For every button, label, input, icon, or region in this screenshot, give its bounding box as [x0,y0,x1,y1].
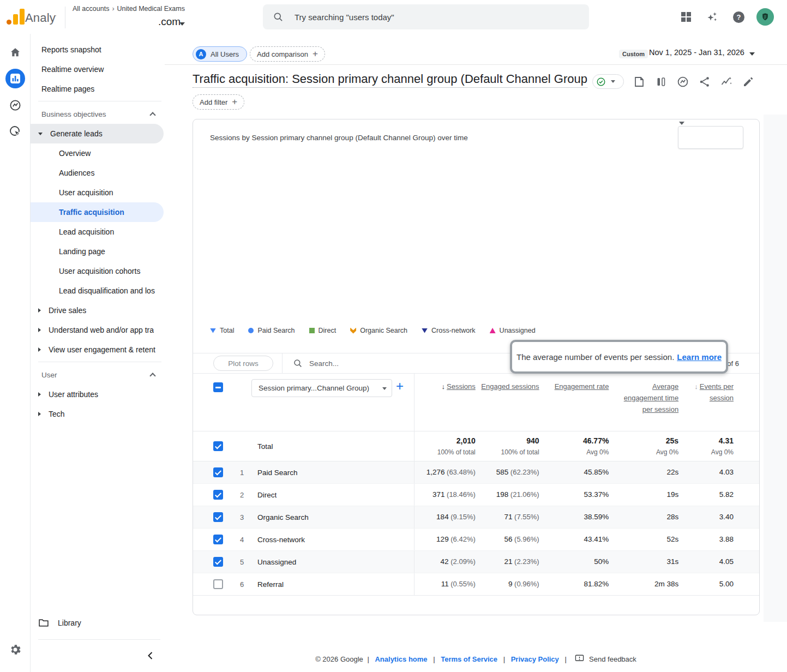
sidebar-item-generate-leads[interactable]: Generate leads [31,124,164,143]
terms-of-service-link[interactable]: Terms of Service [441,655,497,663]
legend-item-organic-search[interactable]: Organic Search [350,327,407,334]
global-search-input[interactable] [293,12,555,22]
sidebar-item-realtime-overview[interactable]: Realtime overview [31,59,165,79]
plot-rows-button[interactable]: Plot rows [213,356,273,371]
table-row[interactable]: 2Direct 371 (18.46%) 198 (21.06%) 53.37%… [193,484,759,506]
analytics-logo-icon[interactable] [7,8,25,26]
add-dimension-button[interactable]: + [396,380,404,393]
row-checkbox[interactable] [213,535,223,544]
caret-collapsed-icon [38,392,41,397]
table-row[interactable]: 3Organic Search 184 (9.15%) 71 (7.55%) 3… [193,506,759,529]
advertising-icon[interactable] [9,125,22,138]
user-avatar[interactable] [756,8,774,26]
sidebar-item-understand-web-app-traffic[interactable]: Understand web and/or app tra [31,320,165,340]
metric-headers: ↓Sessions Engaged sessions Engagement ra… [414,374,743,431]
dimension-select[interactable]: Session primary...Channel Group) [251,379,392,397]
row-checkbox[interactable] [213,512,223,522]
row-checkbox[interactable] [213,441,223,451]
legend-item-paid-search[interactable]: Paid Search [248,327,295,334]
search-icon [293,358,303,368]
gemini-sparkle-icon[interactable] [706,10,719,23]
analytics-home-link[interactable]: Analytics home [375,655,427,663]
legend-item-cross-network[interactable]: Cross-network [422,327,476,334]
tooltip-text: The average number of events per session… [516,352,674,362]
report-status-badge[interactable] [592,74,624,89]
notes-icon[interactable] [633,75,646,88]
sidebar-label: Reports snapshot [41,45,101,54]
explore-report-icon[interactable] [676,75,689,88]
chevron-down-icon [382,387,387,390]
admin-gear-icon[interactable] [9,643,22,656]
property-caret-icon[interactable] [179,22,185,26]
sidebar-item-user-acquisition[interactable]: User acquisition [31,183,165,202]
table-search-input[interactable] [308,359,472,368]
header-divider [165,64,787,65]
date-caret-icon[interactable] [749,52,755,56]
sidebar-label: Audiences [59,169,94,177]
sidebar-item-overview[interactable]: Overview [31,143,165,163]
sidebar-item-user-acquisition-cohorts[interactable]: User acquisition cohorts [31,261,165,281]
chart-metric-dropdown[interactable] [678,126,743,149]
insights-icon[interactable] [720,75,733,88]
table-row[interactable]: 4Cross-network 129 (6.42%) 56 (5.96%) 43… [193,529,759,551]
column-header-engagement-rate[interactable]: Engagement rate [543,374,612,431]
select-all-checkbox[interactable] [213,382,223,392]
sidebar-item-landing-page[interactable]: Landing page [31,242,165,261]
add-comparison-button[interactable]: Add comparison + [250,46,325,62]
property-selector[interactable]: .com [158,16,181,28]
explore-icon[interactable] [9,99,22,112]
edit-pencil-icon[interactable] [742,75,755,88]
legend-marker-icon [490,328,496,333]
sidebar-divider [31,359,165,365]
legend-item-unassigned[interactable]: Unassigned [490,327,536,334]
sidebar-item-lead-disqualification[interactable]: Lead disqualification and los [31,281,165,301]
sidebar-item-drive-sales[interactable]: Drive sales [31,301,165,320]
compare-icon[interactable] [654,75,668,88]
send-feedback-link[interactable]: Send feedback [589,655,636,663]
sidebar-item-user-attributes[interactable]: User attributes [31,385,165,404]
home-icon[interactable] [9,46,22,59]
table-row[interactable]: 5Unassigned 42 (2.09%) 21 (2.23%) 50% 31… [193,551,759,573]
collapse-sidebar-icon[interactable] [144,649,157,662]
all-users-segment-chip[interactable]: A All Users [193,46,247,62]
sidebar-item-view-user-engagement[interactable]: View user engagement & retent [31,340,165,359]
column-header-events-per-session[interactable]: ↓Events per session [682,374,743,431]
sidebar-item-reports-snapshot[interactable]: Reports snapshot [31,40,165,59]
date-range-picker[interactable]: Nov 1, 2025 - Jan 31, 2026 [649,48,744,57]
top-app-bar: Analytics All accounts›United Medical Ex… [0,0,787,34]
sidebar-item-lead-acquisition[interactable]: Lead acquisition [31,222,165,242]
legend-marker-icon [422,328,428,333]
sidebar-item-traffic-acquisition[interactable]: Traffic acquisition [31,202,164,222]
learn-more-link[interactable]: Learn more [677,352,722,362]
section-user[interactable]: User [31,365,165,385]
table-row[interactable]: 1Paid Search 1,276 (63.48%) 585 (62.23%)… [193,461,759,484]
table-row[interactable]: 6Referral 11 (0.55%) 9 (0.96%) 81.82% 2m… [193,573,759,596]
row-checkbox[interactable] [213,579,223,589]
apps-grid-icon[interactable] [680,10,693,23]
privacy-policy-link[interactable]: Privacy Policy [511,655,559,663]
add-filter-button[interactable]: Add filter + [193,94,244,110]
sidebar-item-tech[interactable]: Tech [31,404,165,424]
column-header-avg-engagement-time[interactable]: Average engagement time per session [612,374,682,431]
channel-name: Organic Search [257,513,309,521]
legend-item-total[interactable]: Total [210,327,234,334]
sidebar-label: User acquisition cohorts [59,267,140,275]
global-search[interactable] [263,4,589,29]
row-checkbox[interactable] [213,467,223,477]
share-icon[interactable] [698,75,711,88]
section-business-objectives[interactable]: Business objectives [31,104,165,124]
help-icon[interactable]: ? [733,11,744,23]
row-rank: 5 [240,558,248,566]
reports-icon[interactable] [5,69,25,88]
row-checkbox[interactable] [213,557,223,567]
sidebar-item-audiences[interactable]: Audiences [31,163,165,183]
row-checkbox[interactable] [213,490,223,500]
sidebar-item-realtime-pages[interactable]: Realtime pages [31,79,165,99]
total-engaged-sub: 100% of total [479,448,539,457]
row-rank: 1 [240,469,248,477]
column-header-sessions[interactable]: ↓Sessions [414,374,479,431]
sidebar-label: Traffic acquisition [59,208,124,217]
column-header-engaged-sessions[interactable]: Engaged sessions [479,374,543,431]
legend-item-direct[interactable]: Direct [309,327,337,334]
sidebar-item-library[interactable]: Library [31,613,165,633]
